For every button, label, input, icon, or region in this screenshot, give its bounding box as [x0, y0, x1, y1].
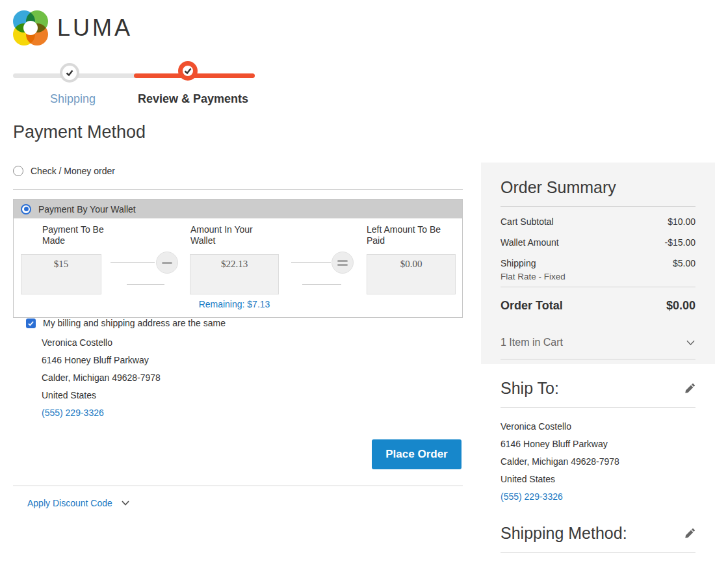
step-label-review-payments: Review & Payments [138, 92, 248, 106]
checkout-page: LUMA Shipping Review & Payments Payment … [0, 0, 728, 572]
payment-method-wallet[interactable]: Payment By Your Wallet [14, 200, 462, 218]
ship-to-section: Ship To: Veronica Costello 6146 Honey Bl… [500, 379, 696, 506]
shipping-city: Calder, Michigan 49628-7978 [500, 453, 696, 471]
shipping-phone-link[interactable]: (555) 229-3326 [500, 491, 563, 502]
edit-shipping-address-button[interactable] [684, 383, 696, 394]
footer-divider [13, 486, 463, 486]
shipping-name: Veronica Costello [500, 418, 696, 436]
order-total-value: $0.00 [666, 299, 696, 313]
table-row-shipping: Shipping Flat Rate - Fixed $5.00 [500, 253, 696, 287]
left-amount-label: Left Amount To Be Paid [367, 224, 452, 246]
row-value: $5.00 [673, 258, 696, 281]
connector-line [302, 284, 341, 285]
row-label: Wallet Amount [500, 237, 559, 248]
luma-logo-icon [13, 10, 48, 46]
row-value: $10.00 [668, 216, 696, 227]
ship-to-divider [500, 407, 696, 408]
apply-discount-label: Apply Discount Code [27, 498, 112, 508]
shipping-method-title: Shipping Method: [500, 524, 627, 543]
order-summary-panel: Order Summary Cart Subtotal $10.00 Walle… [481, 162, 715, 364]
shipping-country: United States [500, 471, 696, 488]
wallet-method-label: Payment By Your Wallet [38, 204, 136, 214]
billing-phone-link[interactable]: (555) 229-3326 [42, 408, 104, 418]
connector-line [291, 262, 331, 263]
pencil-icon [684, 528, 696, 539]
amount-in-wallet-field[interactable]: $22.13 [190, 254, 279, 294]
row-label: Cart Subtotal [500, 216, 554, 227]
payment-to-be-made-field[interactable]: $15 [21, 254, 101, 294]
radio-unchecked-icon[interactable] [13, 166, 23, 176]
payment-to-be-made-label: Payment To Be Made [42, 224, 125, 246]
billing-same-as-shipping[interactable]: My billing and shipping address are the … [26, 318, 226, 328]
summary-divider [500, 287, 696, 287]
chevron-down-icon [686, 339, 696, 346]
store-logo[interactable]: LUMA [13, 10, 133, 46]
row-label: Shipping Flat Rate - Fixed [500, 258, 566, 281]
checkbox-checked-icon[interactable] [26, 318, 36, 328]
checkmark-icon [183, 66, 193, 76]
place-order-button[interactable]: Place Order [372, 439, 462, 469]
brand-name: LUMA [57, 14, 133, 42]
checkmark-icon [64, 68, 75, 78]
apply-discount-toggle[interactable]: Apply Discount Code [27, 498, 130, 508]
step-review-payments-circle[interactable] [178, 61, 198, 81]
billing-address-block: Veronica Costello 6146 Honey Bluff Parkw… [42, 334, 161, 422]
amount-in-wallet-label: Amount In Your Wallet [190, 224, 265, 246]
edit-shipping-method-button[interactable] [684, 528, 696, 539]
items-in-cart-toggle[interactable]: 1 Item in Cart [500, 321, 696, 359]
page-title: Payment Method [13, 122, 146, 142]
logo-center-dot [23, 21, 38, 35]
table-row-cart-subtotal: Cart Subtotal $10.00 [500, 211, 696, 232]
shipping-street: 6146 Honey Bluff Parkway [500, 436, 696, 453]
wallet-remaining-amount[interactable]: Remaining: $7.13 [190, 299, 279, 309]
step-label-shipping[interactable]: Shipping [50, 92, 96, 106]
pencil-icon [684, 383, 696, 394]
wallet-payment-block: Payment By Your Wallet Payment To Be Mad… [13, 199, 463, 318]
equals-icon [332, 252, 354, 274]
totals-table: Cart Subtotal $10.00 Wallet Amount -$15.… [500, 207, 696, 287]
order-total-label: Order Total [500, 299, 563, 313]
checkmark-icon [27, 320, 34, 327]
billing-street: 6146 Honey Bluff Parkway [42, 352, 161, 369]
methods-divider [13, 189, 463, 190]
shipping-method-section: Shipping Method: [500, 524, 696, 552]
shipping-address-block: Veronica Costello 6146 Honey Bluff Parkw… [500, 418, 696, 506]
table-row-wallet-amount: Wallet Amount -$15.00 [500, 232, 696, 253]
left-amount-field[interactable]: $0.00 [367, 254, 456, 294]
billing-country: United States [42, 387, 161, 404]
shipping-label: Shipping [500, 258, 536, 268]
ship-to-heading: Ship To: [500, 379, 696, 398]
checkout-progress-bar: Shipping Review & Payments [13, 61, 255, 113]
step-shipping-circle[interactable] [60, 63, 79, 83]
radio-checked-icon[interactable] [21, 204, 31, 214]
check-money-label: Check / Money order [31, 166, 115, 176]
items-in-cart-label: 1 Item in Cart [500, 337, 563, 348]
connector-line [110, 262, 155, 263]
billing-city: Calder, Michigan 49628-7978 [42, 369, 161, 387]
connector-line [127, 284, 164, 285]
row-value: -$15.00 [665, 237, 696, 248]
wallet-form: Payment To Be Made Amount In Your Wallet… [14, 218, 462, 317]
payment-method-check-money[interactable]: Check / Money order [13, 166, 115, 176]
chevron-down-icon [121, 500, 130, 506]
billing-same-label: My billing and shipping address are the … [43, 318, 226, 328]
shipping-method-sublabel: Flat Rate - Fixed [500, 272, 566, 281]
shipping-method-heading: Shipping Method: [500, 524, 696, 543]
ship-to-title: Ship To: [500, 379, 559, 398]
minus-icon [156, 252, 178, 274]
shipping-method-divider [500, 552, 696, 552]
order-summary-title: Order Summary [500, 178, 696, 197]
billing-name: Veronica Costello [42, 334, 161, 352]
table-row-order-total: Order Total $0.00 [500, 291, 696, 321]
